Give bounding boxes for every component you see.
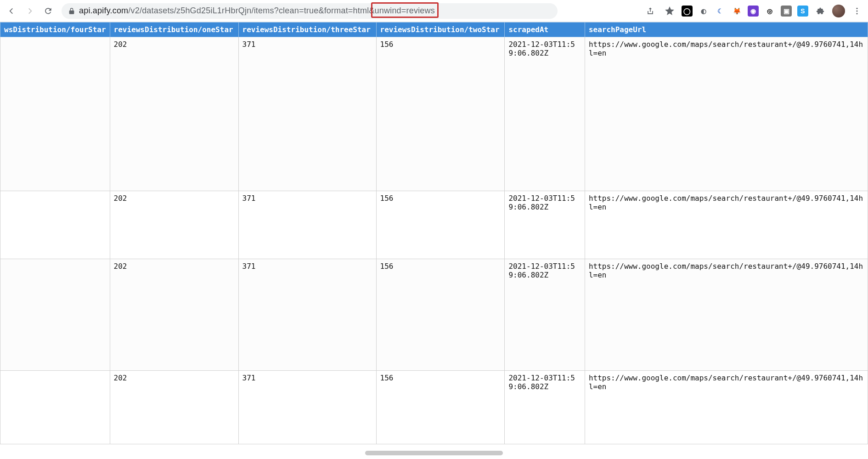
table-row: 2023711562021-12-03T11:59:06.802Zhttps:/… [0, 259, 868, 371]
share-icon [646, 6, 655, 16]
extension-icon[interactable]: ▣ [781, 6, 792, 17]
extensions-strip: ◯◐☾🦊◉◎▣S [682, 6, 808, 17]
table-cell: 2021-12-03T11:59:06.802Z [505, 371, 585, 444]
table-cell: 156 [376, 259, 505, 371]
col-header: scrapedAt [505, 23, 585, 37]
table-row: 2023711562021-12-03T11:59:06.802Zhttps:/… [0, 191, 868, 259]
extension-icon[interactable]: ◯ [682, 6, 693, 17]
col-header: reviewsDistribution/oneStar [110, 23, 238, 37]
col-header: searchPageUrl [585, 23, 868, 37]
reload-icon [44, 6, 53, 16]
table-row: 2023711562021-12-03T11:59:06.802Zhttps:/… [0, 371, 868, 444]
table-cell: 2021-12-03T11:59:06.802Z [505, 37, 585, 191]
table-cell [0, 37, 110, 191]
extension-icon[interactable]: ◎ [764, 6, 775, 17]
address-bar[interactable]: api.apify.com/v2/datasets/z5hGd25iL1rHbr… [62, 3, 558, 19]
url-text: api.apify.com/v2/datasets/z5hGd25iL1rHbr… [79, 6, 435, 16]
extension-icon[interactable]: 🦊 [731, 6, 742, 17]
star-icon [665, 6, 674, 16]
table-header: wsDistribution/fourStar reviewsDistribut… [0, 23, 868, 37]
browser-toolbar: api.apify.com/v2/datasets/z5hGd25iL1rHbr… [0, 0, 868, 22]
table-cell: 371 [238, 371, 376, 444]
table-row: 2023711562021-12-03T11:59:06.802Zhttps:/… [0, 37, 868, 191]
profile-avatar[interactable] [832, 5, 845, 17]
lock-icon [68, 7, 75, 15]
url-domain: api.apify.com [79, 6, 128, 15]
table-cell [0, 191, 110, 259]
table-cell [0, 371, 110, 444]
table-cell: 156 [376, 371, 505, 444]
col-header: reviewsDistribution/threeStar [238, 23, 376, 37]
table-cell: 202 [110, 191, 238, 259]
table-cell: https://www.google.com/maps/search/resta… [585, 37, 868, 191]
table-cell: 156 [376, 37, 505, 191]
horizontal-scrollbar[interactable] [0, 451, 868, 457]
url-path: /v2/datasets/z5hGd25iL1rHbrQjn/items?cle… [128, 6, 374, 15]
table-body: 2023711562021-12-03T11:59:06.802Zhttps:/… [0, 37, 868, 444]
svg-point-2 [857, 13, 858, 14]
svg-point-1 [857, 10, 858, 11]
reload-button[interactable] [40, 3, 56, 19]
kebab-icon [852, 6, 862, 16]
table-cell: 371 [238, 259, 376, 371]
table-cell: https://www.google.com/maps/search/resta… [585, 191, 868, 259]
table-cell: 202 [110, 37, 238, 191]
extension-icon[interactable]: ◐ [698, 6, 709, 17]
table-cell: 2021-12-03T11:59:06.802Z [505, 191, 585, 259]
arrow-left-icon [7, 6, 16, 16]
extension-icon[interactable]: ☾ [715, 6, 726, 17]
arrow-right-icon [25, 6, 34, 16]
table-cell: https://www.google.com/maps/search/resta… [585, 371, 868, 444]
share-button[interactable] [643, 4, 658, 18]
col-header: reviewsDistribution/twoStar [376, 23, 505, 37]
puzzle-icon [816, 6, 825, 16]
table-cell: 2021-12-03T11:59:06.802Z [505, 259, 585, 371]
table-cell: https://www.google.com/maps/search/resta… [585, 259, 868, 371]
extension-icon[interactable]: ◉ [748, 6, 759, 17]
bookmark-button[interactable] [662, 4, 677, 18]
scrollbar-thumb[interactable] [365, 451, 503, 455]
extension-icon[interactable]: S [797, 6, 808, 17]
data-table: wsDistribution/fourStar reviewsDistribut… [0, 22, 868, 444]
back-button[interactable] [4, 3, 19, 19]
forward-button[interactable] [22, 3, 38, 19]
url-highlight-text: unwind=reviews [375, 6, 435, 15]
table-cell: 202 [110, 259, 238, 371]
table-cell: 371 [238, 191, 376, 259]
table-cell [0, 259, 110, 371]
extensions-button[interactable] [813, 4, 828, 18]
svg-point-0 [857, 7, 858, 9]
table-cell: 371 [238, 37, 376, 191]
chrome-menu-button[interactable] [850, 4, 864, 18]
page-viewport: wsDistribution/fourStar reviewsDistribut… [0, 22, 868, 459]
toolbar-actions: ◯◐☾🦊◉◎▣S [643, 4, 864, 18]
table-cell: 202 [110, 371, 238, 444]
col-header: wsDistribution/fourStar [0, 23, 110, 37]
table-cell: 156 [376, 191, 505, 259]
